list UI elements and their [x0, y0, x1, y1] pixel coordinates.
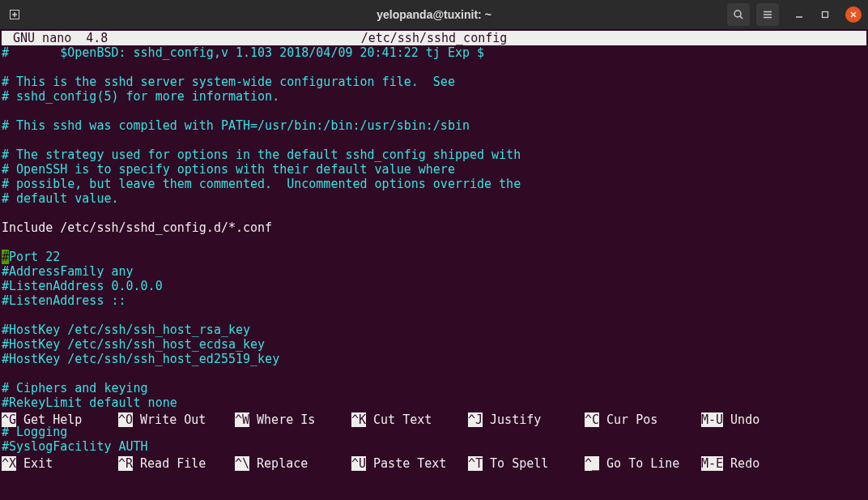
- shortcut-key: ^O: [118, 412, 133, 427]
- shortcut-item: ^GGet Help: [2, 412, 118, 427]
- shortcut-item: M-ERedo: [701, 456, 818, 471]
- search-button[interactable]: [727, 3, 750, 26]
- shortcut-key: ^R: [118, 456, 133, 471]
- shortcut-item: ^OWrite Out: [118, 412, 235, 427]
- close-button[interactable]: [845, 6, 862, 23]
- window-titlebar: yelopanda@tuxinit: ~: [0, 0, 868, 29]
- maximize-icon: [821, 11, 829, 19]
- plus-box-icon: [10, 10, 19, 19]
- file-line: [2, 133, 866, 147]
- shortcut-item: ^XExit: [2, 456, 118, 471]
- file-line: # default value.: [2, 191, 866, 206]
- shortcut-label: Paste Text: [366, 456, 446, 471]
- shortcut-label: Go To Line: [599, 456, 679, 471]
- shortcut-label: Get Help: [16, 412, 82, 427]
- shortcut-key: ^J: [468, 412, 483, 427]
- shortcut-key: ^T: [468, 456, 483, 471]
- file-line: [2, 366, 866, 381]
- maximize-button[interactable]: [819, 9, 831, 20]
- shortcut-item: ^TTo Spell: [468, 456, 585, 471]
- file-line-text: # possible, but leave them commented. Un…: [2, 177, 521, 191]
- file-line: # This is the sshd server system-wide co…: [2, 75, 866, 89]
- file-line-text: [2, 60, 9, 75]
- file-line: [2, 308, 866, 323]
- search-icon: [733, 9, 744, 20]
- file-line-text: # This is the sshd server system-wide co…: [2, 75, 455, 89]
- file-line-text: # default value.: [2, 191, 119, 206]
- file-line-text: #HostKey /etc/ssh/ssh_host_rsa_key: [2, 323, 250, 337]
- shortcut-item: ^WWhere Is: [235, 412, 351, 427]
- file-line: Include /etc/ssh/sshd_config.d/*.conf: [2, 220, 866, 235]
- file-line: # possible, but leave them commented. Un…: [2, 177, 866, 191]
- shortcut-key: ^G: [2, 412, 16, 427]
- shortcut-item: ^_Go To Line: [585, 456, 701, 471]
- shortcut-key: ^K: [351, 412, 366, 427]
- file-line: #HostKey /etc/ssh/ssh_host_ecdsa_key: [2, 337, 866, 352]
- shortcut-item: M-UUndo: [701, 412, 818, 427]
- file-line: [2, 60, 866, 75]
- file-line-text: #ListenAddress ::: [2, 293, 126, 308]
- hamburger-icon: [762, 9, 773, 20]
- menu-button[interactable]: [756, 3, 779, 26]
- minimize-button[interactable]: [794, 9, 805, 20]
- shortcut-label: Justify: [483, 412, 541, 427]
- shortcut-item: ^RRead File: [118, 456, 235, 471]
- file-line: # This sshd was compiled with PATH=/usr/…: [2, 118, 866, 133]
- titlebar-left: [6, 6, 23, 23]
- shortcut-item: ^\Replace: [235, 456, 351, 471]
- file-line-text: #ListenAddress 0.0.0.0: [2, 279, 163, 293]
- shortcut-label: Undo: [723, 412, 760, 427]
- new-tab-button[interactable]: [6, 6, 23, 23]
- file-line-text: #AddressFamily any: [2, 264, 134, 279]
- file-line-text: # This sshd was compiled with PATH=/usr/…: [2, 118, 470, 133]
- shortcuts-row-2: ^XExit^RRead File^\Replace^UPaste Text^T…: [2, 456, 866, 471]
- shortcut-item: ^CCur Pos: [585, 412, 701, 427]
- file-line: # sshd_config(5) for more information.: [2, 89, 866, 104]
- svg-line-4: [740, 16, 742, 19]
- shortcut-key: ^\: [235, 456, 249, 471]
- file-line: #ListenAddress 0.0.0.0: [2, 279, 866, 293]
- shortcut-label: Read File: [133, 456, 206, 471]
- file-line-text: [2, 206, 9, 220]
- file-line-text: Include /etc/ssh/sshd_config.d/*.conf: [2, 220, 272, 235]
- shortcut-key: ^C: [585, 412, 599, 427]
- file-line-text: # The strategy used for options in the d…: [2, 147, 521, 162]
- file-line: [2, 206, 866, 220]
- file-line-text: [2, 104, 9, 118]
- file-line-text: # sshd_config(5) for more information.: [2, 89, 279, 104]
- shortcut-label: Where Is: [249, 412, 315, 427]
- window-title: yelopanda@tuxinit: ~: [377, 7, 491, 22]
- minimize-icon: [795, 11, 803, 19]
- file-line-text: # $OpenBSD: sshd_config,v 1.103 2018/04/…: [2, 45, 484, 60]
- text-cursor: #: [2, 250, 9, 264]
- nano-version: GNU nano 4.8: [2, 31, 108, 45]
- shortcut-key: M-U: [701, 412, 723, 427]
- file-line: #HostKey /etc/ssh/ssh_host_rsa_key: [2, 323, 866, 337]
- file-line-text: # OpenSSH is to specify options with the…: [2, 162, 455, 177]
- file-line: #ListenAddress ::: [2, 293, 866, 308]
- shortcut-key: ^X: [2, 456, 16, 471]
- file-line: #AddressFamily any: [2, 264, 866, 279]
- shortcut-item: ^KCut Text: [351, 412, 468, 427]
- shortcut-key: ^_: [585, 456, 599, 471]
- file-line-text: [2, 366, 9, 381]
- file-line: # OpenSSH is to specify options with the…: [2, 162, 866, 177]
- shortcut-item: ^JJustify: [468, 412, 585, 427]
- titlebar-right: [727, 3, 862, 26]
- nano-filepath: /etc/ssh/sshd_config: [361, 31, 508, 45]
- file-line-text: #HostKey /etc/ssh/ssh_host_ed25519_key: [2, 352, 279, 366]
- terminal-area[interactable]: GNU nano 4.8 /etc/ssh/sshd_config # $Ope…: [0, 29, 868, 500]
- shortcut-key: M-E: [701, 456, 723, 471]
- file-line: # $OpenBSD: sshd_config,v 1.103 2018/04/…: [2, 45, 866, 60]
- shortcuts-row-1: ^GGet Help^OWrite Out^WWhere Is^KCut Tex…: [2, 412, 866, 427]
- shortcut-label: Replace: [249, 456, 308, 471]
- shortcut-label: Redo: [723, 456, 760, 471]
- file-line: #HostKey /etc/ssh/ssh_host_ed25519_key: [2, 352, 866, 366]
- file-line: [2, 235, 866, 250]
- shortcut-label: To Spell: [483, 456, 548, 471]
- file-line: # The strategy used for options in the d…: [2, 147, 866, 162]
- file-line-text: [2, 235, 9, 250]
- window-controls: [794, 6, 862, 23]
- svg-point-3: [734, 11, 741, 17]
- shortcut-key: ^W: [235, 412, 249, 427]
